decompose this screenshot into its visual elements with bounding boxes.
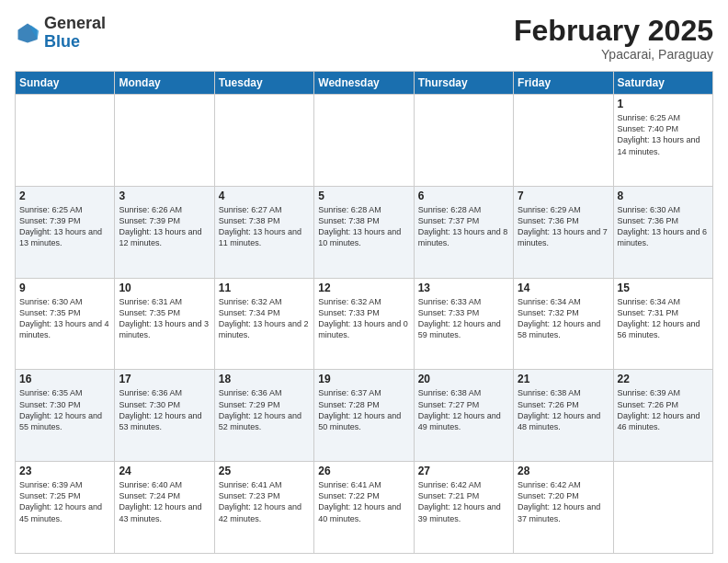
- col-monday: Monday: [115, 72, 214, 95]
- logo-blue-text: Blue: [44, 32, 80, 51]
- cell-week1-day2: [214, 95, 313, 187]
- day-number: 15: [618, 282, 709, 294]
- week-row-5: 23Sunrise: 6:39 AM Sunset: 7:25 PM Dayli…: [16, 462, 713, 554]
- cell-week3-day4: 13Sunrise: 6:33 AM Sunset: 7:33 PM Dayli…: [414, 278, 513, 370]
- week-row-3: 9Sunrise: 6:30 AM Sunset: 7:35 PM Daylig…: [16, 278, 713, 370]
- day-number: 14: [518, 282, 609, 294]
- cell-week4-day1: 17Sunrise: 6:36 AM Sunset: 7:30 PM Dayli…: [115, 370, 214, 462]
- cell-week1-day0: [16, 95, 115, 187]
- day-info: Sunrise: 6:41 AM Sunset: 7:23 PM Dayligh…: [219, 479, 310, 524]
- day-number: 2: [19, 190, 110, 202]
- day-info: Sunrise: 6:25 AM Sunset: 7:40 PM Dayligh…: [618, 112, 709, 157]
- day-number: 27: [418, 465, 509, 477]
- day-number: 21: [518, 373, 609, 385]
- cell-week2-day3: 5Sunrise: 6:28 AM Sunset: 7:38 PM Daylig…: [314, 186, 414, 278]
- col-thursday: Thursday: [414, 72, 513, 95]
- day-number: 5: [318, 190, 409, 202]
- day-number: 12: [318, 282, 409, 294]
- day-info: Sunrise: 6:34 AM Sunset: 7:31 PM Dayligh…: [618, 296, 709, 341]
- cell-week4-day4: 20Sunrise: 6:38 AM Sunset: 7:27 PM Dayli…: [414, 370, 513, 462]
- month-year: February 2025: [514, 15, 713, 47]
- day-number: 19: [318, 373, 409, 385]
- day-number: 9: [19, 282, 110, 294]
- cell-week3-day5: 14Sunrise: 6:34 AM Sunset: 7:32 PM Dayli…: [514, 278, 613, 370]
- cell-week5-day2: 25Sunrise: 6:41 AM Sunset: 7:23 PM Dayli…: [214, 462, 313, 554]
- day-number: 11: [219, 282, 310, 294]
- day-number: 16: [19, 373, 110, 385]
- day-number: 4: [219, 190, 310, 202]
- calendar: Sunday Monday Tuesday Wednesday Thursday…: [15, 71, 713, 554]
- day-info: Sunrise: 6:39 AM Sunset: 7:26 PM Dayligh…: [618, 387, 709, 432]
- logo: General Blue: [15, 15, 106, 52]
- cell-week5-day5: 28Sunrise: 6:42 AM Sunset: 7:20 PM Dayli…: [514, 462, 613, 554]
- day-number: 20: [418, 373, 509, 385]
- day-info: Sunrise: 6:30 AM Sunset: 7:36 PM Dayligh…: [618, 204, 709, 249]
- day-info: Sunrise: 6:32 AM Sunset: 7:34 PM Dayligh…: [219, 296, 310, 341]
- cell-week5-day4: 27Sunrise: 6:42 AM Sunset: 7:21 PM Dayli…: [414, 462, 513, 554]
- day-info: Sunrise: 6:38 AM Sunset: 7:26 PM Dayligh…: [518, 387, 609, 432]
- cell-week1-day3: [314, 95, 414, 187]
- day-info: Sunrise: 6:35 AM Sunset: 7:30 PM Dayligh…: [19, 387, 110, 432]
- cell-week5-day1: 24Sunrise: 6:40 AM Sunset: 7:24 PM Dayli…: [115, 462, 214, 554]
- day-info: Sunrise: 6:33 AM Sunset: 7:33 PM Dayligh…: [418, 296, 509, 341]
- day-info: Sunrise: 6:37 AM Sunset: 7:28 PM Dayligh…: [318, 387, 409, 432]
- cell-week4-day5: 21Sunrise: 6:38 AM Sunset: 7:26 PM Dayli…: [514, 370, 613, 462]
- cell-week1-day4: [414, 95, 513, 187]
- day-number: 28: [518, 465, 609, 477]
- day-info: Sunrise: 6:28 AM Sunset: 7:37 PM Dayligh…: [418, 204, 509, 249]
- cell-week4-day3: 19Sunrise: 6:37 AM Sunset: 7:28 PM Dayli…: [314, 370, 414, 462]
- page: General Blue February 2025 Ypacarai, Par…: [0, 0, 728, 563]
- cell-week3-day6: 15Sunrise: 6:34 AM Sunset: 7:31 PM Dayli…: [613, 278, 712, 370]
- title-block: February 2025 Ypacarai, Paraguay: [514, 15, 713, 62]
- day-info: Sunrise: 6:31 AM Sunset: 7:35 PM Dayligh…: [119, 296, 210, 341]
- day-info: Sunrise: 6:27 AM Sunset: 7:38 PM Dayligh…: [219, 204, 310, 249]
- cell-week4-day6: 22Sunrise: 6:39 AM Sunset: 7:26 PM Dayli…: [613, 370, 712, 462]
- cell-week2-day1: 3Sunrise: 6:26 AM Sunset: 7:39 PM Daylig…: [115, 186, 214, 278]
- col-friday: Friday: [514, 72, 613, 95]
- day-number: 8: [618, 190, 709, 202]
- day-info: Sunrise: 6:34 AM Sunset: 7:32 PM Dayligh…: [518, 296, 609, 341]
- day-info: Sunrise: 6:38 AM Sunset: 7:27 PM Dayligh…: [418, 387, 509, 432]
- day-number: 13: [418, 282, 509, 294]
- week-row-1: 1Sunrise: 6:25 AM Sunset: 7:40 PM Daylig…: [16, 95, 713, 187]
- week-row-2: 2Sunrise: 6:25 AM Sunset: 7:39 PM Daylig…: [16, 186, 713, 278]
- cell-week2-day0: 2Sunrise: 6:25 AM Sunset: 7:39 PM Daylig…: [16, 186, 115, 278]
- cell-week3-day3: 12Sunrise: 6:32 AM Sunset: 7:33 PM Dayli…: [314, 278, 414, 370]
- cell-week2-day6: 8Sunrise: 6:30 AM Sunset: 7:36 PM Daylig…: [613, 186, 712, 278]
- day-info: Sunrise: 6:25 AM Sunset: 7:39 PM Dayligh…: [19, 204, 110, 249]
- day-number: 22: [618, 373, 709, 385]
- day-number: 1: [618, 98, 709, 110]
- day-info: Sunrise: 6:32 AM Sunset: 7:33 PM Dayligh…: [318, 296, 409, 341]
- cell-week5-day3: 26Sunrise: 6:41 AM Sunset: 7:22 PM Dayli…: [314, 462, 414, 554]
- cell-week1-day5: [514, 95, 613, 187]
- day-info: Sunrise: 6:29 AM Sunset: 7:36 PM Dayligh…: [518, 204, 609, 249]
- header: General Blue February 2025 Ypacarai, Par…: [15, 15, 713, 62]
- day-number: 3: [119, 190, 210, 202]
- cell-week4-day0: 16Sunrise: 6:35 AM Sunset: 7:30 PM Dayli…: [16, 370, 115, 462]
- col-wednesday: Wednesday: [314, 72, 414, 95]
- cell-week2-day4: 6Sunrise: 6:28 AM Sunset: 7:37 PM Daylig…: [414, 186, 513, 278]
- cell-week3-day2: 11Sunrise: 6:32 AM Sunset: 7:34 PM Dayli…: [214, 278, 313, 370]
- logo-general-text: General: [44, 14, 106, 32]
- day-info: Sunrise: 6:42 AM Sunset: 7:20 PM Dayligh…: [518, 479, 609, 524]
- day-info: Sunrise: 6:30 AM Sunset: 7:35 PM Dayligh…: [19, 296, 110, 341]
- day-number: 24: [119, 465, 210, 477]
- day-number: 7: [518, 190, 609, 202]
- col-saturday: Saturday: [613, 72, 712, 95]
- location: Ypacarai, Paraguay: [514, 47, 713, 62]
- col-sunday: Sunday: [16, 72, 115, 95]
- day-number: 25: [219, 465, 310, 477]
- day-info: Sunrise: 6:40 AM Sunset: 7:24 PM Dayligh…: [119, 479, 210, 524]
- cell-week3-day0: 9Sunrise: 6:30 AM Sunset: 7:35 PM Daylig…: [16, 278, 115, 370]
- cell-week2-day2: 4Sunrise: 6:27 AM Sunset: 7:38 PM Daylig…: [214, 186, 313, 278]
- cell-week4-day2: 18Sunrise: 6:36 AM Sunset: 7:29 PM Dayli…: [214, 370, 313, 462]
- week-row-4: 16Sunrise: 6:35 AM Sunset: 7:30 PM Dayli…: [16, 370, 713, 462]
- day-number: 26: [318, 465, 409, 477]
- day-info: Sunrise: 6:36 AM Sunset: 7:29 PM Dayligh…: [219, 387, 310, 432]
- day-info: Sunrise: 6:39 AM Sunset: 7:25 PM Dayligh…: [19, 479, 110, 524]
- calendar-header-row: Sunday Monday Tuesday Wednesday Thursday…: [16, 72, 713, 95]
- cell-week5-day6: [613, 462, 712, 554]
- logo-icon: [15, 20, 40, 46]
- cell-week2-day5: 7Sunrise: 6:29 AM Sunset: 7:36 PM Daylig…: [514, 186, 613, 278]
- col-tuesday: Tuesday: [214, 72, 313, 95]
